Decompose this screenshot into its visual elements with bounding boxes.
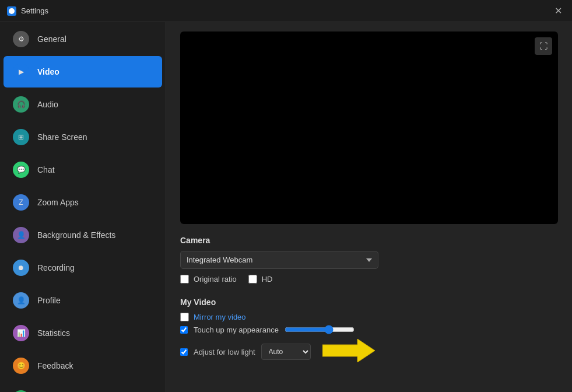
hd-label: HD (262, 275, 273, 284)
svg-point-0 (9, 8, 15, 14)
sidebar: ⚙General▶Video🎧Audio⊞Share Screen💬ChatZZ… (0, 22, 166, 392)
sidebar-item-keyboard[interactable]: ⌨Keyboard Shortcuts (3, 383, 162, 392)
touchup-checkbox[interactable] (180, 326, 188, 334)
window-title: Settings (21, 6, 48, 15)
camera-section: Camera Integrated Webcam Original ratio … (180, 236, 558, 287)
background-icon: 👤 (13, 227, 29, 243)
sidebar-item-video[interactable]: ▶Video (3, 56, 162, 88)
my-video-title: My Video (180, 298, 558, 307)
svg-marker-1 (322, 339, 375, 362)
mirror-label: Mirror my video (194, 313, 246, 321)
content-inner: ⛶ Camera Integrated Webcam Original rati… (166, 22, 572, 374)
low-light-select[interactable]: Auto Manual Disabled (261, 344, 311, 360)
general-icon: ⚙ (13, 31, 29, 47)
sidebar-item-chat[interactable]: 💬Chat (3, 154, 162, 186)
audio-icon: 🎧 (13, 96, 29, 113)
sidebar-item-zoom-apps[interactable]: ZZoom Apps (3, 187, 162, 218)
statistics-icon: 📊 (13, 325, 29, 341)
main-layout: ⚙General▶Video🎧Audio⊞Share Screen💬ChatZZ… (0, 22, 572, 392)
recording-icon: ⏺ (13, 260, 29, 276)
sidebar-item-recording[interactable]: ⏺Recording (3, 252, 162, 284)
zoom-apps-icon: Z (13, 194, 29, 211)
video-icon: ▶ (13, 64, 29, 80)
sidebar-item-general[interactable]: ⚙General (3, 23, 162, 55)
sidebar-label-chat: Chat (37, 165, 55, 174)
content-area: ⛶ Camera Integrated Webcam Original rati… (166, 22, 572, 392)
mirror-row: Mirror my video (180, 313, 558, 321)
title-bar: Settings ✕ (0, 0, 572, 22)
feedback-icon: 😊 (13, 358, 29, 374)
title-bar-left: Settings (7, 6, 48, 16)
sidebar-label-feedback: Feedback (37, 361, 73, 370)
chat-icon: 💬 (13, 162, 29, 178)
camera-section-title: Camera (180, 236, 558, 245)
app-icon (7, 6, 16, 16)
my-video-section: My Video Mirror my video Touch up my app… (180, 298, 558, 365)
camera-preview: ⛶ (180, 32, 558, 224)
sidebar-item-profile[interactable]: 👤Profile (3, 285, 162, 316)
close-button[interactable]: ✕ (551, 4, 565, 18)
expand-button[interactable]: ⛶ (535, 37, 552, 55)
original-ratio-checkbox[interactable] (180, 275, 189, 284)
sidebar-label-recording: Recording (37, 263, 75, 272)
sidebar-item-audio[interactable]: 🎧Audio (3, 89, 162, 120)
sidebar-label-background: Background & Effects (37, 230, 115, 240)
touchup-label: Touch up my appearance (194, 326, 279, 334)
mirror-checkbox[interactable] (180, 313, 189, 321)
camera-select[interactable]: Integrated Webcam (180, 251, 378, 269)
hd-checkbox[interactable] (248, 275, 257, 284)
sidebar-item-share-screen[interactable]: ⊞Share Screen (3, 121, 162, 153)
sidebar-item-feedback[interactable]: 😊Feedback (3, 350, 162, 382)
original-ratio-row: Original ratio (180, 275, 237, 284)
sidebar-label-audio: Audio (37, 100, 58, 109)
original-ratio-label: Original ratio (194, 275, 237, 284)
sidebar-label-share-screen: Share Screen (37, 132, 87, 142)
profile-icon: 👤 (13, 292, 29, 309)
touchup-row: Touch up my appearance (180, 325, 558, 334)
camera-options-row: Original ratio HD (180, 275, 558, 287)
sidebar-label-profile: Profile (37, 296, 61, 305)
sidebar-item-statistics[interactable]: 📊Statistics (3, 317, 162, 349)
low-light-checkbox[interactable] (180, 348, 188, 356)
low-light-row: Adjust for low light Auto Manual Disable… (180, 339, 558, 365)
arrow-annotation (322, 339, 375, 365)
sidebar-label-statistics: Statistics (37, 328, 70, 338)
share-screen-icon: ⊞ (13, 129, 29, 145)
sidebar-item-background[interactable]: 👤Background & Effects (3, 219, 162, 251)
low-light-label: Adjust for low light (194, 348, 255, 356)
sidebar-label-zoom-apps: Zoom Apps (37, 198, 79, 207)
sidebar-label-general: General (37, 34, 66, 44)
hd-row: HD (248, 275, 273, 284)
sidebar-label-video: Video (37, 67, 59, 76)
appearance-slider[interactable] (285, 325, 355, 334)
